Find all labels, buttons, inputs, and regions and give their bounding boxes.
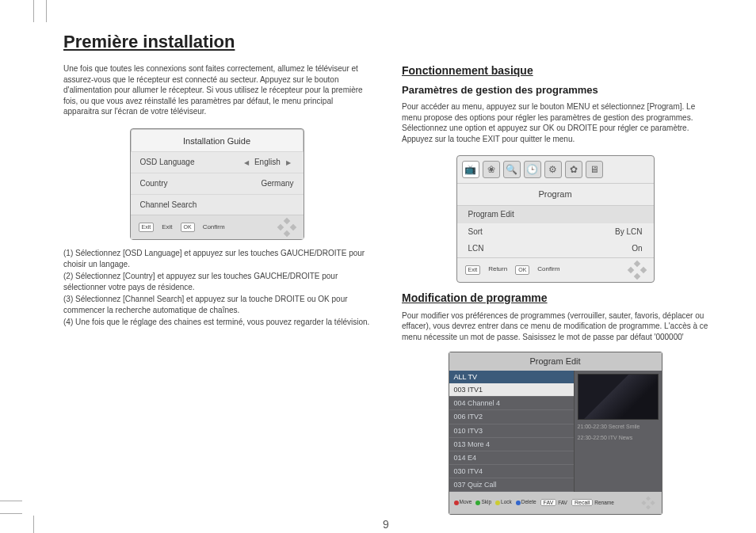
osd-row-country[interactable]: Country Germany	[131, 173, 304, 194]
confirm-label: Confirm	[203, 223, 225, 232]
arrow-right-icon[interactable]: ▶	[283, 159, 294, 166]
channel-row[interactable]: 013 More 4	[449, 438, 574, 451]
system-icon[interactable]: ✿	[565, 161, 582, 178]
step-1: (1) Sélectionnez [OSD Language] et appuy…	[63, 248, 370, 269]
preview-pane: 21:00-22:30 Secret Smile 22:30-22:50 ITV…	[575, 371, 662, 492]
option-icon[interactable]: ⚙	[544, 161, 562, 178]
channel-list[interactable]: ALL TV 003 ITV1 004 Channel 4 006 ITV2 0…	[449, 371, 575, 492]
search-icon[interactable]: 🔍	[503, 161, 521, 178]
osd-language-value: ◀ English ▶	[241, 157, 293, 168]
subsection-program-settings: Paramètres de gestion des programmes	[402, 83, 708, 97]
step-2: (2) Sélectionnez [Country] et appuyez su…	[63, 271, 370, 292]
return-label: Return	[488, 265, 507, 274]
program-edit-row[interactable]: Program Edit	[457, 205, 654, 223]
osd-row-channel-search[interactable]: Channel Search	[131, 194, 304, 215]
channel-row[interactable]: 004 Channel 4	[449, 397, 574, 410]
right-column: Fonctionnement basique Paramètres de ges…	[402, 63, 708, 515]
skip-tool[interactable]: Skip	[475, 499, 491, 507]
dpad-icon	[642, 497, 654, 509]
two-column-layout: Une fois que toutes les connexions sont …	[63, 63, 708, 515]
page: Première installation Une fois que toute…	[63, 32, 708, 517]
step-3: (3) Sélectionnez [Channel Search] et app…	[63, 294, 370, 315]
dpad-icon	[628, 261, 646, 279]
osd-country-label: Country	[140, 178, 168, 189]
intro-text: Une fois que toutes les connexions sont …	[63, 63, 370, 117]
program-edit-osd: Program Edit ALL TV 003 ITV1 004 Channel…	[449, 352, 662, 515]
preview-screen	[578, 374, 659, 420]
exit-key-icon: Exit	[465, 265, 481, 274]
epg-info-2: 22:30-22:50 ITV News	[578, 434, 659, 442]
program-osd-footer: Exit Return OK Confirm	[457, 257, 654, 282]
osd-channel-search-label: Channel Search	[140, 200, 197, 211]
epg-info-1: 21:00-22:30 Secret Smile	[578, 423, 659, 431]
time-icon[interactable]: 🕒	[524, 161, 541, 178]
move-tool[interactable]: Move	[454, 499, 472, 507]
osd-language-label: OSD Language	[140, 157, 195, 168]
installation-guide-osd: Installation Guide OSD Language ◀ Englis…	[130, 128, 304, 241]
sort-label: Sort	[468, 227, 483, 238]
program-edit-footer: Move Skip Lock Delete FAV FAV Recall Ren…	[449, 492, 662, 514]
dpad-icon	[278, 219, 296, 236]
osd-country-value: Germany	[261, 178, 293, 189]
osd-row-language[interactable]: OSD Language ◀ English ▶	[131, 151, 304, 173]
step-4: (4) Une fois que le réglage des chaines …	[63, 317, 370, 328]
channel-row[interactable]: 003 ITV1	[449, 383, 574, 397]
delete-tool[interactable]: Delete	[516, 499, 536, 507]
channel-row[interactable]: 030 ITV4	[449, 465, 574, 478]
arrow-left-icon[interactable]: ◀	[241, 159, 252, 166]
ok-key-icon: OK	[515, 265, 529, 274]
lcn-value: On	[632, 243, 642, 254]
program-edit-title: Program Edit	[449, 352, 662, 371]
channel-row[interactable]: 037 Quiz Call	[449, 478, 574, 492]
menu-icon-bar: 📺 ❀ 🔍 🕒 ⚙ ✿ 🖥	[457, 156, 654, 184]
fav-tool[interactable]: FAV FAV	[540, 499, 567, 507]
lcn-label: LCN	[468, 243, 484, 254]
confirm-label: Confirm	[537, 265, 559, 274]
channel-row[interactable]: 010 ITV3	[449, 424, 574, 438]
tv-icon[interactable]: 📺	[462, 161, 479, 178]
section-basic-operation: Fonctionnement basique	[402, 63, 708, 78]
program-title: Program	[457, 184, 654, 205]
ok-key-icon: OK	[181, 223, 195, 231]
page-number: 9	[63, 518, 708, 531]
section-program-edit: Modification de programme	[402, 291, 708, 306]
osd-title: Installation Guide	[131, 129, 304, 152]
osd-footer: Exit Exit OK Confirm	[131, 215, 304, 239]
exit-key-icon: Exit	[139, 223, 155, 231]
sort-value: By LCN	[615, 227, 642, 238]
left-column: Une fois que toutes les connexions sont …	[63, 63, 370, 515]
lcn-row[interactable]: LCN On	[457, 240, 654, 257]
lock-tool[interactable]: Lock	[495, 499, 512, 507]
channel-row[interactable]: 014 E4	[449, 451, 574, 465]
program-settings-body: Pour accéder au menu, appuyez sur le bou…	[402, 101, 708, 144]
exit-label: Exit	[162, 223, 172, 232]
rename-tool[interactable]: Recall Rename	[571, 499, 614, 507]
picture-icon[interactable]: ❀	[483, 161, 500, 178]
channel-list-header: ALL TV	[449, 371, 574, 383]
sort-row[interactable]: Sort By LCN	[457, 223, 654, 241]
channel-row[interactable]: 006 ITV2	[449, 410, 574, 424]
usb-icon[interactable]: 🖥	[586, 161, 603, 178]
page-title: Première installation	[63, 32, 708, 52]
program-edit-body: Pour modifier vos préférences de program…	[402, 310, 708, 343]
program-menu-osd: 📺 ❀ 🔍 🕒 ⚙ ✿ 🖥 Program Program Edit Sort …	[456, 155, 655, 282]
